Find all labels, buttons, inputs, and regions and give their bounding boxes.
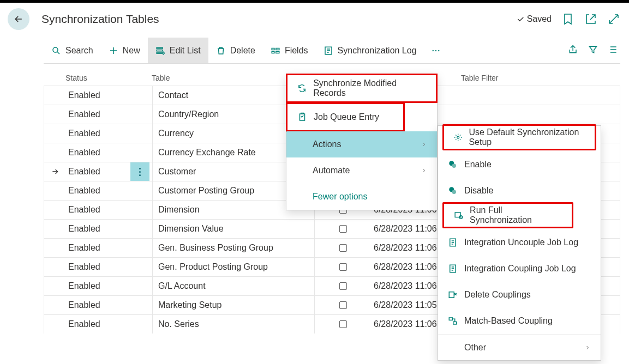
fields-button[interactable]: Fields (263, 38, 316, 63)
trash-icon (216, 46, 226, 56)
sync-log-button[interactable]: Synchronization Log (316, 38, 424, 63)
menu-uncouple-log[interactable]: Integration Uncouple Job Log (438, 229, 601, 256)
cell-table[interactable]: Gen. Product Posting Group (152, 258, 314, 276)
search-button[interactable]: Search (44, 38, 101, 63)
menu-sync-modified[interactable]: Synchronize Modified Records (287, 75, 436, 101)
back-button[interactable] (8, 8, 29, 30)
menu-automate-submenu[interactable]: Automate (286, 157, 437, 184)
menu-label: Other (464, 343, 486, 353)
cell-status: Enabled (66, 129, 152, 138)
menu-label: Fewer options (313, 192, 368, 202)
row-gutter (44, 167, 66, 176)
col-header-filter[interactable]: Table Filter (461, 74, 620, 82)
menu-label: Job Queue Entry (314, 112, 379, 122)
chevron-right-icon (421, 167, 427, 174)
edit-list-button[interactable]: Edit List (148, 38, 208, 63)
menu-coupling-log[interactable]: Integration Coupling Job Log (438, 256, 601, 282)
svg-point-9 (432, 50, 433, 51)
cell-status: Enabled (66, 110, 152, 119)
menu-label: Delete Couplings (464, 290, 531, 300)
checkbox-icon (339, 244, 347, 252)
menu-label: Actions (313, 139, 341, 149)
list-view-button[interactable] (607, 44, 618, 57)
cell-table[interactable]: Gen. Business Posting Group (152, 239, 314, 257)
svg-rect-22 (449, 292, 454, 298)
cell-status: Enabled (66, 262, 152, 272)
edit-list-icon (155, 46, 165, 56)
menu-enable[interactable]: Enable (438, 151, 601, 178)
new-button[interactable]: New (101, 38, 148, 63)
bookmark-button[interactable] (561, 13, 574, 26)
check-icon (516, 15, 525, 23)
col-header-status[interactable]: Status (65, 74, 152, 82)
cell-status: Enabled (66, 319, 152, 329)
cell-status: Enabled (66, 186, 152, 196)
menu-label: Synchronize Modified Records (313, 78, 426, 98)
sync-log-icon (324, 46, 333, 56)
saved-status[interactable]: Saved (516, 14, 552, 24)
menu-label: Integration Uncouple Job Log (464, 238, 578, 247)
share-button[interactable] (568, 44, 579, 57)
vertical-dots-icon (139, 168, 141, 176)
cell-checkbox[interactable] (314, 277, 372, 295)
cell-checkbox[interactable] (314, 220, 372, 238)
menu-fewer-options[interactable]: Fewer options (286, 184, 437, 210)
svg-rect-23 (449, 318, 452, 320)
svg-rect-4 (272, 48, 274, 50)
menu-actions-submenu[interactable]: Actions (286, 131, 437, 157)
row-more-button[interactable] (130, 162, 149, 181)
cell-table[interactable]: Marketing Setup (152, 296, 314, 314)
menu-label: Disable (464, 186, 493, 196)
checkbox-icon (339, 320, 347, 328)
cell-checkbox[interactable] (314, 296, 372, 314)
expand-icon (607, 13, 620, 26)
svg-rect-1 (157, 47, 163, 48)
svg-point-0 (53, 47, 58, 52)
cell-table[interactable]: G/L Account (152, 277, 314, 295)
share-icon (568, 44, 579, 55)
menu-label: Enable (464, 160, 492, 169)
menu-delete-couplings[interactable]: Delete Couplings (438, 282, 601, 308)
cell-status: Enabled (66, 243, 152, 253)
sync-log-label: Synchronization Log (338, 46, 417, 56)
cell-status: Enabled (66, 90, 152, 100)
cell-status: Enabled (66, 205, 152, 215)
disable-icon (448, 186, 458, 196)
cell-checkbox[interactable] (314, 315, 372, 333)
cell-table[interactable]: Dimension Value (152, 220, 314, 238)
popout-button[interactable] (584, 13, 597, 26)
cell-checkbox[interactable] (314, 258, 372, 276)
menu-match-based[interactable]: Match-Based Coupling (438, 308, 601, 334)
checkbox-icon (339, 301, 347, 309)
actions-menu: Synchronize Modified Records Job Queue E… (286, 74, 438, 210)
filter-icon (588, 44, 598, 55)
more-actions-button[interactable] (424, 38, 447, 63)
new-label: New (123, 46, 140, 56)
cell-checkbox[interactable] (314, 239, 372, 257)
checkbox-icon (339, 263, 347, 271)
svg-rect-5 (276, 48, 279, 50)
svg-rect-6 (272, 51, 274, 53)
menu-use-default[interactable]: Use Default Synchronization Setup (444, 126, 595, 149)
gear-sync-icon (454, 132, 462, 142)
menu-label: Match-Based Coupling (464, 316, 553, 326)
cell-status: Enabled (66, 300, 152, 310)
delete-button[interactable]: Delete (208, 38, 263, 63)
svg-point-15 (452, 164, 457, 168)
svg-point-13 (457, 136, 459, 138)
menu-run-full[interactable]: Run Full Synchronization (444, 204, 572, 227)
svg-point-11 (438, 50, 439, 51)
expand-button[interactable] (607, 13, 620, 26)
menu-disable[interactable]: Disable (438, 178, 601, 204)
menu-job-queue[interactable]: Job Queue Entry (287, 104, 403, 130)
bookmark-icon (561, 13, 574, 26)
cell-table[interactable]: No. Series (152, 315, 314, 333)
arrow-left-icon (13, 14, 24, 25)
menu-label: Automate (313, 166, 350, 175)
page-title: Synchronization Tables (41, 13, 516, 26)
filter-button[interactable] (588, 44, 598, 57)
menu-other-submenu[interactable]: Other (438, 334, 601, 360)
svg-point-17 (452, 190, 457, 195)
edit-list-label: Edit List (170, 46, 201, 56)
svg-point-10 (435, 50, 436, 51)
